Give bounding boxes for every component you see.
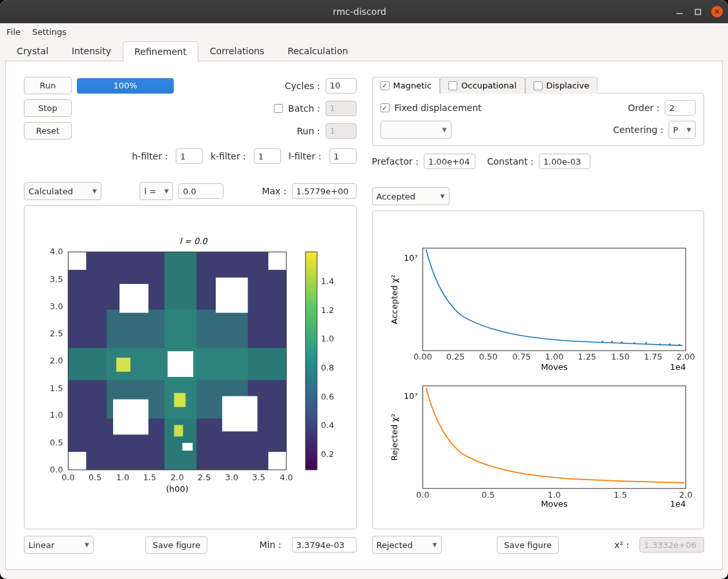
- chevron-down-icon: ▼: [85, 542, 89, 548]
- max-input[interactable]: [292, 183, 357, 199]
- tab-refinement[interactable]: Refinement: [123, 41, 198, 61]
- svg-rect-24: [167, 351, 193, 377]
- svg-text:4.0: 4.0: [50, 247, 63, 256]
- svg-rect-15: [116, 358, 130, 372]
- chevron-down-icon: ▼: [433, 542, 437, 548]
- menu-file[interactable]: File: [6, 27, 21, 37]
- svg-rect-26: [222, 396, 258, 432]
- window-maximize-button[interactable]: [693, 7, 702, 16]
- menu-settings[interactable]: Settings: [32, 27, 67, 37]
- svg-point-49: [601, 341, 603, 343]
- svg-text:4.0: 4.0: [280, 472, 293, 482]
- chevron-down-icon: ▼: [441, 193, 445, 199]
- window-close-button[interactable]: ✕: [711, 6, 723, 17]
- svg-text:1.0: 1.0: [321, 334, 335, 343]
- kfilter-input[interactable]: [254, 148, 281, 164]
- chevron-down-icon: ▼: [687, 127, 691, 133]
- svg-rect-25: [113, 400, 149, 435]
- min-input[interactable]: [292, 537, 357, 553]
- svg-text:Accepted χ²: Accepted χ²: [389, 274, 399, 324]
- tab-correlations[interactable]: Correlations: [198, 41, 276, 61]
- svg-text:0.0: 0.0: [61, 472, 75, 482]
- cycles-label: Cycles :: [285, 81, 320, 91]
- svg-text:0.4: 0.4: [321, 420, 335, 430]
- svg-text:0.6: 0.6: [321, 392, 335, 401]
- tab-crystal[interactable]: Crystal: [5, 41, 60, 61]
- svg-point-51: [621, 341, 623, 343]
- fixed-displacement-label: Fixed displacement: [395, 103, 482, 113]
- svg-text:2.5: 2.5: [198, 472, 211, 482]
- stop-button[interactable]: Stop: [24, 99, 72, 117]
- svg-text:10⁷: 10⁷: [403, 253, 417, 263]
- constant-input[interactable]: [539, 154, 590, 169]
- window-minimize-button[interactable]: [675, 7, 684, 16]
- svg-text:1.4: 1.4: [321, 276, 335, 286]
- batch-checkbox[interactable]: [274, 104, 283, 113]
- svg-text:2.0: 2.0: [50, 356, 63, 365]
- svg-text:1.2: 1.2: [321, 305, 335, 315]
- chevron-down-icon: ▼: [442, 127, 447, 133]
- axis-select[interactable]: l =▼: [140, 182, 173, 200]
- svg-text:0.2: 0.2: [321, 449, 335, 459]
- magnetic-checkbox[interactable]: [380, 81, 390, 90]
- tab-intensity[interactable]: Intensity: [60, 41, 123, 61]
- svg-rect-16: [174, 393, 185, 407]
- accepted-select-value: Accepted: [377, 192, 416, 201]
- displacement-select[interactable]: ▼: [380, 121, 452, 139]
- centering-value: P: [673, 125, 678, 135]
- svg-text:10⁷: 10⁷: [403, 391, 417, 401]
- svg-rect-46: [422, 248, 685, 350]
- svg-text:0.75: 0.75: [512, 352, 531, 361]
- svg-text:1.75: 1.75: [643, 352, 662, 361]
- svg-point-50: [611, 341, 613, 343]
- accepted-select[interactable]: Accepted▼: [372, 187, 450, 205]
- axis-value-input[interactable]: [178, 183, 224, 199]
- heatmap-xlabel: (h00): [166, 484, 189, 494]
- fixed-displacement-checkbox[interactable]: [380, 103, 390, 112]
- prefactor-input[interactable]: [424, 154, 475, 169]
- svg-text:2.5: 2.5: [50, 329, 63, 338]
- subtab-occupational[interactable]: Occupational: [440, 77, 525, 94]
- titlebar: rmc-discord ✕: [0, 0, 728, 23]
- run-button[interactable]: Run: [24, 77, 72, 94]
- reset-button[interactable]: Reset: [24, 122, 72, 139]
- occupational-checkbox[interactable]: [448, 81, 457, 90]
- save-figure-right-button[interactable]: Save figure: [497, 536, 559, 554]
- svg-text:0.00: 0.00: [413, 352, 432, 361]
- window-title: rmc-discord: [44, 6, 675, 17]
- save-figure-left-button[interactable]: Save figure: [145, 536, 207, 554]
- source-select[interactable]: Calculated▼: [24, 182, 101, 200]
- svg-text:3.5: 3.5: [50, 274, 63, 284]
- displacive-checkbox[interactable]: [534, 81, 543, 90]
- centering-select[interactable]: P▼: [669, 121, 696, 139]
- batch-input: [326, 101, 357, 116]
- order-input[interactable]: [665, 100, 696, 116]
- subtab-displacive[interactable]: Displacive: [525, 77, 598, 94]
- svg-rect-21: [268, 452, 286, 470]
- chi2-plots: Accepted χ² 10⁷: [372, 210, 705, 529]
- svg-point-54: [659, 343, 661, 345]
- lfilter-input[interactable]: [329, 148, 357, 164]
- svg-text:1.0: 1.0: [50, 410, 63, 420]
- svg-point-53: [645, 342, 647, 344]
- heatmap-plot: l = 0.0 0.00.5 1.01.5 2.02.5 3.03.5 4.0: [24, 205, 357, 529]
- svg-rect-38: [306, 252, 317, 470]
- x2-output: [640, 537, 704, 553]
- svg-rect-17: [174, 425, 183, 436]
- cycles-input[interactable]: [326, 78, 357, 94]
- svg-rect-1: [695, 9, 700, 14]
- svg-rect-68: [422, 386, 685, 489]
- chevron-down-icon: ▼: [92, 188, 97, 194]
- subtab-magnetic[interactable]: Magnetic: [372, 77, 441, 94]
- menubar: File Settings: [0, 23, 728, 40]
- lfilter-label: l-filter :: [289, 151, 322, 161]
- subtab-occupational-label: Occupational: [461, 81, 516, 90]
- svg-text:Moves: Moves: [541, 499, 568, 509]
- svg-text:3.0: 3.0: [50, 301, 63, 311]
- scale-select-value: Linear: [28, 540, 54, 550]
- scale-select[interactable]: Linear▼: [24, 536, 94, 554]
- rejected-select[interactable]: Rejected▼: [372, 536, 442, 554]
- svg-text:0.5: 0.5: [50, 438, 63, 447]
- tab-recalculation[interactable]: Recalculation: [276, 41, 360, 61]
- hfilter-input[interactable]: [176, 148, 203, 164]
